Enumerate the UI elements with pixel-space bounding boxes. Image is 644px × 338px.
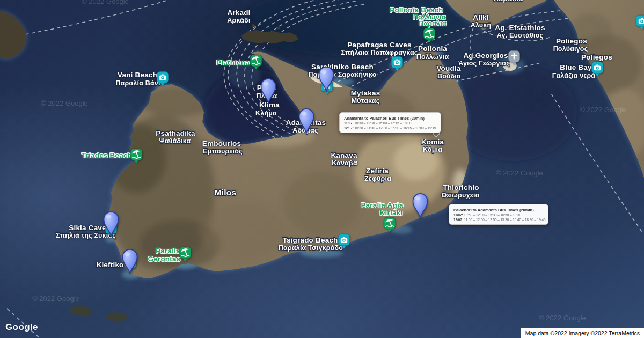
triades-beach-marker-icon[interactable] <box>130 148 143 164</box>
tooltip-title: Palachori to Adamanta Bus Times (20min) <box>453 208 544 213</box>
gerontas-beach-marker-icon[interactable] <box>179 246 192 262</box>
papafragas-photo-icon[interactable] <box>391 56 404 71</box>
tooltip-row: 12/07: 10:30 – 11:30 – 12:30 – 15:00 – 1… <box>344 126 436 130</box>
vani-beach-photo-icon[interactable] <box>156 71 169 86</box>
bus-times-tooltip-palachori-to-adamanta: Palachori to Adamanta Bus Times (20min) … <box>449 204 548 225</box>
markers-layer <box>0 0 644 338</box>
google-logo[interactable]: Google <box>5 322 38 333</box>
tooltip-row: 11/07: 10:50 – 12:00 – 15:30 – 16:50 – 1… <box>453 212 544 217</box>
sarakiniko-pin[interactable] <box>317 66 335 92</box>
tooltip-row: 11/07: 10:30 – 11:30 – 15:00 – 16:15 – 1… <box>344 121 436 126</box>
kleftiko-pin[interactable] <box>121 248 139 274</box>
east-edge-photo-icon[interactable] <box>635 14 644 30</box>
map-attribution: Map data ©2022 Imagery ©2022 TerraMetric… <box>521 328 644 338</box>
plathiena-beach-marker-icon[interactable] <box>250 54 262 70</box>
paleochori-pin[interactable] <box>411 193 429 218</box>
agia-kiriaki-beach-marker-icon[interactable] <box>383 217 396 232</box>
tsigrado-photo-icon[interactable] <box>338 233 350 249</box>
bus-times-tooltip-adamanta-to-palachori: Adamanta to Palachori Bus Times (20min) … <box>339 112 441 133</box>
ag-georgios-church-marker-icon[interactable] <box>508 50 521 65</box>
blue-bay-photo-icon[interactable] <box>591 61 604 77</box>
pollonia-beach-marker-icon[interactable] <box>423 27 436 43</box>
tooltip-title: Adamanta to Palachori Bus Times (20min) <box>344 116 436 121</box>
adamantas-pin[interactable] <box>297 108 316 134</box>
sikia-cave-pin[interactable] <box>102 211 120 237</box>
plaka-pin[interactable] <box>259 78 277 104</box>
tooltip-row: 12/07: 11:00 – 12:00 – 12:50 – 15:30 – 1… <box>453 217 544 222</box>
satellite-map[interactable]: ArkadiΑρκάδιVani BeachΠαραλία ΒάνιPlathi… <box>0 0 644 338</box>
